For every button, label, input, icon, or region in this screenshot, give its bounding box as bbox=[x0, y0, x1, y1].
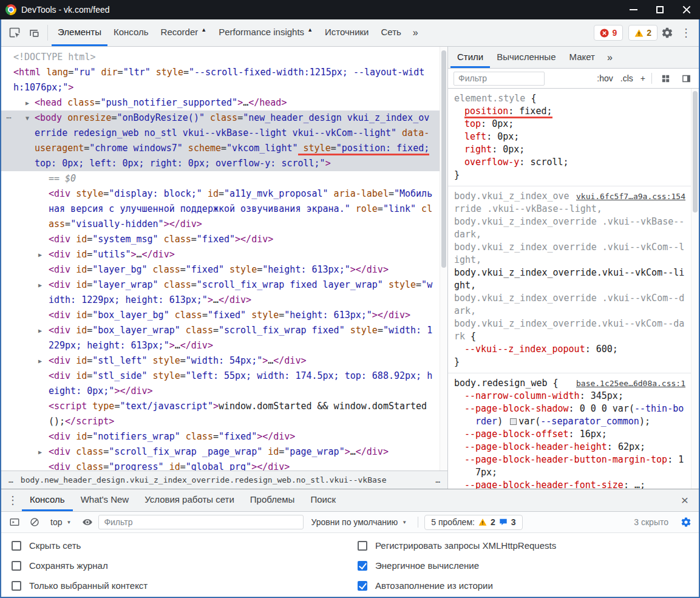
css-source-link[interactable]: vkui.6fc5f7…a9a.css:154 bbox=[576, 190, 685, 203]
expand-arrow-icon[interactable]: ▶ bbox=[38, 353, 42, 369]
console-filter-input[interactable] bbox=[98, 515, 304, 529]
dom-node[interactable]: <div class="progress" id="global_prg"></… bbox=[1, 460, 447, 471]
clear-console-icon[interactable] bbox=[25, 514, 43, 531]
panel-tab[interactable]: Recorder▲ bbox=[155, 19, 213, 46]
dom-node[interactable]: <div style="display: block;" id="a11y_mv… bbox=[1, 186, 447, 232]
more-sidebar-tabs-chevron-icon[interactable]: » bbox=[602, 47, 618, 68]
css-declaration[interactable]: --page-block-header-button-margin-top: 1… bbox=[454, 454, 685, 479]
css-selector[interactable]: body.vkui_z_index_override .vkui--vkBase… bbox=[454, 190, 685, 343]
checkbox-unchecked[interactable] bbox=[12, 581, 21, 591]
checkbox-checked[interactable] bbox=[358, 581, 367, 591]
rendering-grid-icon[interactable] bbox=[658, 73, 673, 84]
panel-tab[interactable]: Консоль bbox=[107, 19, 155, 46]
css-source-link[interactable]: base.1c25ee…6d08a.css:1 bbox=[576, 377, 685, 390]
collapse-arrow-icon[interactable]: ▼ bbox=[25, 110, 29, 126]
panel-tab[interactable]: Элементы bbox=[52, 19, 107, 46]
checkbox-unchecked[interactable] bbox=[12, 541, 21, 551]
expand-arrow-icon[interactable]: ▶ bbox=[38, 444, 42, 460]
css-declaration[interactable]: overflow-y: scroll; bbox=[454, 156, 685, 169]
dom-node[interactable]: <!DOCTYPE html> bbox=[1, 50, 447, 65]
dom-node[interactable]: <div id="box_layer_bg" class="fixed" sty… bbox=[1, 308, 447, 323]
css-declaration[interactable]: right: 0px; bbox=[454, 143, 685, 156]
console-setting[interactable]: Сохранять журнал bbox=[12, 558, 358, 573]
console-setting[interactable]: Энергичное вычисление bbox=[358, 558, 556, 573]
kebab-menu-icon[interactable]: ⋮ bbox=[677, 19, 695, 46]
dom-node[interactable]: <div id="system_msg" class="fixed"></div… bbox=[1, 232, 447, 247]
panel-tab[interactable]: Performance insights▲ bbox=[212, 19, 319, 46]
drawer-tab[interactable]: Поиск bbox=[302, 489, 344, 511]
breadcrumb-overflow-left[interactable]: … bbox=[8, 475, 13, 484]
error-badge[interactable]: 9 bbox=[594, 25, 623, 41]
expand-arrow-icon[interactable]: ▶ bbox=[38, 323, 42, 338]
sidebar-tab[interactable]: Макет bbox=[562, 47, 601, 68]
drawer-tab[interactable]: Проблемы bbox=[242, 489, 303, 511]
css-rule[interactable]: element.style {position: fixed;top: 0px;… bbox=[448, 89, 699, 186]
css-declaration[interactable]: position: fixed; bbox=[454, 105, 685, 118]
live-expression-eye-icon[interactable] bbox=[78, 514, 96, 531]
device-toolbar-icon[interactable] bbox=[24, 19, 44, 46]
dom-node[interactable]: ▶<div id="utils">…</div> bbox=[1, 247, 447, 262]
dom-node[interactable]: == $0 bbox=[1, 171, 447, 186]
styles-filter-input[interactable] bbox=[454, 72, 545, 86]
css-declaration[interactable]: top: 0px; bbox=[454, 118, 685, 131]
breadcrumb-overflow-right[interactable]: … bbox=[435, 475, 440, 484]
dom-node[interactable]: <div id="layer_bg" class="fixed" style="… bbox=[1, 262, 447, 277]
console-settings-gear-icon[interactable] bbox=[677, 514, 695, 531]
console-sidebar-icon[interactable] bbox=[5, 514, 23, 531]
css-declaration[interactable]: --page-block-shadow: 0 0 0 var(--thin-bo… bbox=[454, 403, 685, 428]
context-selector[interactable]: top ▼ bbox=[46, 517, 76, 527]
close-button[interactable] bbox=[673, 0, 700, 19]
node-menu-icon[interactable]: ⋯ bbox=[6, 110, 12, 126]
dom-node[interactable]: ⋯▼<body onresize="onBodyResize()" class=… bbox=[1, 110, 447, 171]
css-declaration[interactable]: left: 0px; bbox=[454, 131, 685, 143]
more-panels-chevron-icon[interactable]: » bbox=[407, 19, 424, 46]
checkbox-unchecked[interactable] bbox=[358, 541, 367, 551]
dom-node[interactable]: ▶<div class="scroll_fix_wrap _page_wrap"… bbox=[1, 444, 447, 460]
console-setting[interactable]: Скрыть сеть bbox=[12, 538, 358, 553]
dom-node[interactable]: ▶<div id="stl_left" style="width: 54px;"… bbox=[1, 353, 447, 369]
dom-node[interactable]: <script type="text/javascript">window.do… bbox=[1, 399, 447, 429]
inspect-element-icon[interactable] bbox=[5, 19, 24, 46]
sidebar-tab[interactable]: Вычисленные bbox=[490, 47, 562, 68]
dom-node[interactable]: ▶<div id="box_layer_wrap" class="scroll_… bbox=[1, 323, 447, 353]
checkbox-unchecked[interactable] bbox=[12, 561, 21, 571]
css-declaration[interactable]: --vkui--z_index_popout: 600; bbox=[454, 343, 685, 356]
panel-tab[interactable]: Сеть bbox=[375, 19, 407, 46]
css-declaration[interactable]: --page-block-header-height: 62px; bbox=[454, 441, 685, 454]
css-declaration[interactable]: --page-block-offset: 16px; bbox=[454, 428, 685, 441]
scrollbar-thumb[interactable] bbox=[693, 91, 698, 212]
console-setting[interactable]: Автозаполнение из истории bbox=[358, 578, 556, 593]
panel-tab[interactable]: Источники bbox=[319, 19, 375, 46]
drawer-tab[interactable]: Консоль bbox=[22, 489, 73, 511]
drawer-tab[interactable]: What's New bbox=[73, 489, 137, 511]
sidebar-tab[interactable]: Стили bbox=[450, 47, 490, 68]
sidebar-position-icon[interactable] bbox=[679, 73, 693, 84]
expand-arrow-icon[interactable]: ▶ bbox=[38, 277, 42, 293]
dom-node[interactable]: <div id="stl_side" style="left: 55px; wi… bbox=[1, 369, 447, 399]
minimize-button[interactable] bbox=[620, 0, 647, 19]
styles-toggle[interactable]: :hov bbox=[597, 73, 613, 83]
maximize-button[interactable] bbox=[647, 0, 673, 19]
log-levels-dropdown[interactable]: Уровни по умолчанию ▼ bbox=[306, 517, 412, 527]
css-rule[interactable]: base.1c25ee…6d08a.css:1body.redesign_web… bbox=[448, 373, 699, 489]
css-selector[interactable]: element.style { bbox=[454, 92, 685, 105]
scrollbar-thumb[interactable] bbox=[441, 50, 446, 268]
css-declaration[interactable]: --page-block-header-font-size: …; bbox=[454, 479, 685, 489]
drawer-close-icon[interactable]: × bbox=[673, 489, 696, 511]
expand-arrow-icon[interactable]: ▶ bbox=[25, 95, 29, 110]
dom-node[interactable]: ▶<head class="push_notifier_supported">…… bbox=[1, 95, 447, 110]
warning-badge[interactable]: 2 bbox=[628, 25, 658, 41]
issues-counter[interactable]: 5 проблем: 2 3 bbox=[424, 515, 522, 530]
console-setting[interactable]: Регистрировать запросы XMLHttpRequests bbox=[358, 538, 556, 553]
styles-scrollbar[interactable] bbox=[691, 89, 699, 489]
console-setting[interactable]: Только выбранный контекст bbox=[12, 578, 358, 593]
checkbox-checked[interactable] bbox=[358, 561, 367, 571]
expand-arrow-icon[interactable]: ▶ bbox=[38, 247, 42, 262]
settings-gear-icon[interactable] bbox=[658, 19, 677, 46]
css-rule[interactable]: vkui.6fc5f7…a9a.css:154body.vkui_z_index… bbox=[448, 186, 699, 373]
hidden-messages-label[interactable]: 3 скрыто bbox=[628, 517, 675, 527]
dom-node[interactable]: <html lang="ru" dir="ltr" style="--scrol… bbox=[1, 65, 447, 95]
styles-toggle[interactable]: + bbox=[641, 73, 645, 83]
styles-toggle[interactable]: .cls bbox=[620, 73, 633, 83]
dom-node[interactable]: ▶<div id="layer_wrap" class="scroll_fix_… bbox=[1, 277, 447, 308]
